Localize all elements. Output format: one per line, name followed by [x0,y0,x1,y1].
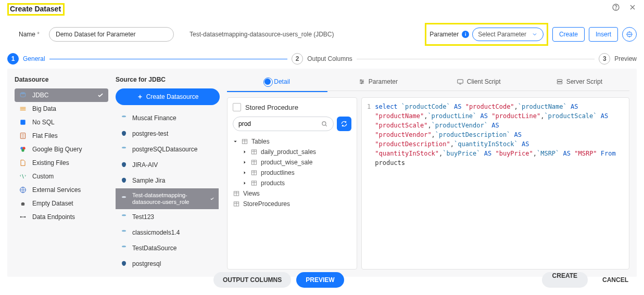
postgres-icon [120,260,128,268]
svg-point-26 [322,122,326,125]
footer-cancel-button[interactable]: CANCEL [602,276,628,284]
tab-client-script[interactable]: Client Script [428,76,529,91]
source-item[interactable]: TestDataSource [116,240,219,256]
tree-table-item[interactable]: daily_product_sales [242,147,351,157]
custom-icon [19,172,27,181]
svg-point-3 [628,34,629,34]
step-general[interactable]: 1 General [7,53,45,65]
stored-procedure-checkbox[interactable] [233,103,241,111]
step-output-columns[interactable]: 2 Output Columns [292,53,352,65]
chevron-right-icon [242,149,247,155]
source-item[interactable]: Test123 [116,209,219,225]
table-icon [250,169,258,176]
postgres-icon [120,161,128,169]
stored-procedure-row[interactable]: Stored Procedure [233,103,351,111]
create-datasource-button[interactable]: Create Datasource [116,88,220,105]
table-icon [250,159,258,166]
source-item[interactable]: classicmodels1.4 [116,225,219,240]
datasource-item[interactable]: Custom [15,170,108,183]
close-icon[interactable] [628,3,637,11]
footer-create-button[interactable]: CREATE [542,272,588,288]
parameter-select[interactable]: Select Parameter [472,28,544,41]
tab-server-script[interactable]: Server Script [529,76,629,91]
chevron-down-icon [233,139,238,144]
tab-underline [227,91,327,92]
tree-tables[interactable]: Tables [233,136,351,147]
sql-code[interactable]: select `productCode` AS "productCode",`p… [375,102,624,265]
step-line [357,59,595,59]
datasource-item[interactable]: External Services [15,183,108,197]
db-icon [120,244,128,252]
datasource-item[interactable]: Empty Dataset [15,197,108,210]
sql-editor[interactable]: 1 select `productCode` AS "productCode",… [361,97,629,270]
output-columns-button[interactable]: OUTPUT COLUMNS [213,272,291,288]
datasource-item[interactable]: Data Endpoints [15,210,108,224]
source-item[interactable]: Muscat Finance [116,110,219,126]
db-icon [120,114,128,122]
chevron-right-icon [242,160,247,165]
svg-point-14 [122,116,126,117]
client-script-icon [457,78,464,85]
datasource-item-jdbc[interactable]: JDBC [15,88,108,102]
stored-procedure-label: Stored Procedure [245,104,298,111]
svg-rect-23 [458,80,463,83]
tree-table-item[interactable]: productlines [242,168,351,178]
step-preview[interactable]: 3 Preview [599,53,637,65]
parameter-icon [358,78,365,85]
svg-point-4 [630,34,630,34]
tree-table-item[interactable]: product_wise_sale [242,157,351,168]
svg-rect-25 [557,82,562,84]
empty-icon [19,199,27,208]
source-item[interactable]: Sample Jira [116,173,219,188]
name-label: Name * [19,31,40,38]
schema-panel: Stored Procedure Tables daily_product_sa… [227,97,357,270]
table-icon [250,148,258,156]
create-button[interactable]: Create [552,27,585,42]
title-highlight: Create Dataset [7,3,65,16]
db-icon [120,145,128,153]
parameter-label: Parameter [430,31,459,38]
tab-detail[interactable]: Detail [227,76,327,91]
parameter-highlight: Parameter i Select Parameter [425,23,548,46]
chevron-down-icon [532,31,538,37]
svg-point-12 [20,216,22,218]
db-icon [120,213,128,221]
preview-button[interactable]: PREVIEW [296,272,344,288]
source-item[interactable]: postgres-test [116,126,219,142]
datasource-item[interactable]: Flat Files [15,129,108,143]
datasource-item[interactable]: No SQL [15,116,108,129]
schema-search-input[interactable] [238,120,321,127]
tree-table-item[interactable]: products [242,178,351,188]
table-icon [241,138,248,145]
tree-views[interactable]: Views [233,188,351,199]
name-input[interactable] [49,27,174,42]
source-item-selected[interactable]: Test-datasetmapping-datasource-users_rol… [116,188,219,209]
datasource-string: Test-datasetmapping-datasource-users_rol… [190,31,334,38]
refresh-button[interactable] [337,117,351,131]
help-icon[interactable] [612,3,620,11]
postgres-icon [120,130,128,138]
svg-point-13 [24,216,26,218]
svg-rect-2 [627,32,632,36]
insert-button[interactable]: Insert [589,27,618,42]
datasource-item[interactable]: Big Data [15,102,108,116]
svg-point-16 [122,196,126,198]
source-item[interactable]: postgreSQLDatasource [116,142,219,157]
source-item[interactable]: postgresql [116,256,219,270]
datasource-item[interactable]: Google Big Query [15,143,108,156]
source-heading: Source for JDBC [116,76,220,83]
step-line [49,59,287,59]
tab-parameter[interactable]: Parameter [327,76,428,91]
source-item[interactable]: JIRA-AIV [116,157,219,173]
svg-rect-24 [557,80,562,82]
svg-point-18 [122,230,126,232]
datasource-item[interactable]: Existing Files [15,156,108,170]
schema-search-field[interactable] [233,117,334,131]
svg-point-1 [616,9,616,9]
tree-storeprocedures[interactable]: StoreProcedures [233,199,351,209]
db-icon [120,195,128,203]
page-title: Create Dataset [10,5,61,13]
info-icon[interactable]: i [462,31,469,38]
ai-icon[interactable] [622,27,637,42]
datasource-heading: Datasource [15,76,108,83]
